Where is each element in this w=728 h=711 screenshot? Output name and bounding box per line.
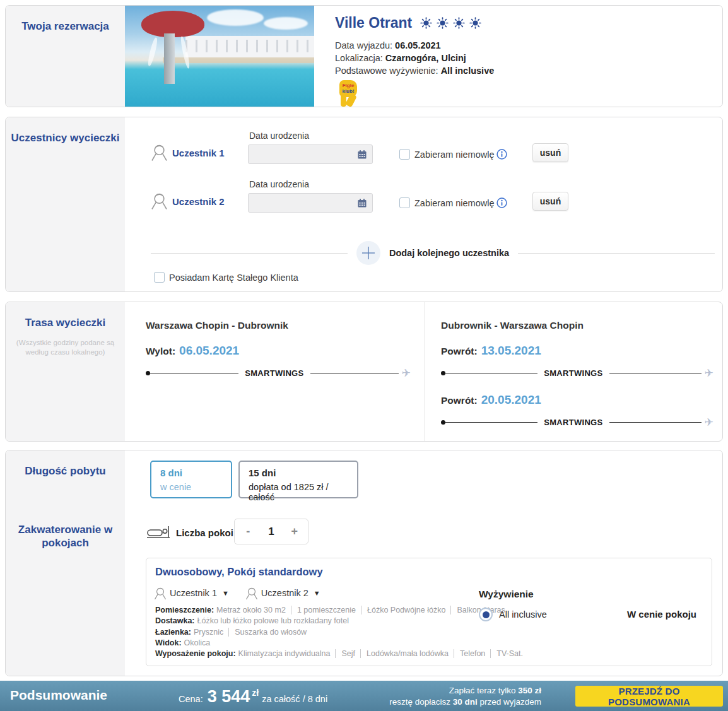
person-icon <box>154 586 167 600</box>
section-title-route: Trasa wycieczki <box>6 316 125 329</box>
rooms-count-stepper[interactable]: - 1 + <box>234 519 308 544</box>
board-option-row[interactable]: All inclusive <box>479 608 547 621</box>
feature-value: Okolica <box>184 638 211 647</box>
route-note: (Wszystkie godziny podane są według czas… <box>15 338 116 357</box>
stay-option-subtitle: dopłata od 1825 zł / całość <box>249 482 348 502</box>
pay-deadline: 30 dni <box>453 697 478 707</box>
detail-value: Czarnogóra, Ulcinj <box>385 53 466 63</box>
remove-participant-button[interactable]: usuń <box>532 192 568 211</box>
radio-dot <box>483 611 490 618</box>
occupant-dropdown[interactable]: Uczestnik 2 ▼ <box>245 586 320 600</box>
person-icon <box>151 143 168 162</box>
calendar-icon[interactable] <box>357 198 367 208</box>
room-feature: Wyposażenie pokoju:Klimatyzacja indywidu… <box>155 649 523 659</box>
origin-dot <box>146 371 150 375</box>
photo-cloud <box>264 17 308 30</box>
sun-icon <box>437 17 449 29</box>
detail-board: Podstawowe wyżywienie: All inclusive <box>335 66 494 76</box>
detail-location: Lokalizacja: Czarnogóra, Ulcinj <box>335 53 466 63</box>
feature-value: Suszarka do włosów <box>228 628 307 637</box>
minus-button[interactable]: - <box>235 524 262 539</box>
participant-name: Uczestnik 1 <box>172 148 225 158</box>
flight-line-segment <box>150 373 238 373</box>
inbound-title: Dubrownik - Warszawa Chopin <box>441 320 584 331</box>
flight-date: 20.05.2021 <box>481 393 541 406</box>
carrier-label: SMARTWINGS <box>537 368 609 378</box>
plus-button[interactable]: + <box>281 524 308 539</box>
hotel-category <box>420 17 481 29</box>
reservation-sidebar: Twoja rezerwacja <box>6 6 125 107</box>
board-price: W cenie pokoju <box>627 609 696 620</box>
divider-line <box>518 253 715 254</box>
section-title-participants: Uczestnicy wycieczki <box>6 131 125 144</box>
infant-label[interactable]: Zabieram niemowlę <box>414 150 495 160</box>
room-features: Pomieszczenie:Metraż około 30 m21 pomies… <box>155 605 523 659</box>
birth-date-input[interactable] <box>248 144 373 164</box>
feature-value: Sejf <box>335 649 355 658</box>
flight-line-segment <box>445 422 537 423</box>
add-participant-row[interactable]: Dodaj kolejnego uczestnika <box>151 240 715 266</box>
stay-option-title: 8 dni <box>160 467 222 478</box>
flight-line: SMARTWINGS ✈ <box>441 417 713 427</box>
infant-checkbox[interactable] <box>399 197 410 208</box>
birth-date-input[interactable] <box>248 193 373 213</box>
loyalty-card-checkbox[interactable] <box>154 272 165 283</box>
summary-title: Podsumowanie <box>10 688 107 703</box>
feature-value: Łóżko lub łóżko polowe lub rozkładany fo… <box>197 616 349 625</box>
board-title: Wyżywienie <box>479 589 534 600</box>
add-participant-label[interactable]: Dodaj kolejnego uczestnika <box>389 248 509 258</box>
photo-building <box>185 36 314 59</box>
infant-label[interactable]: Zabieram niemowlę <box>414 198 495 208</box>
price-currency: zł <box>252 688 259 698</box>
feature-value: 1 pomieszczenie <box>291 606 356 614</box>
room-feature: Dostawka:Łóżko lub łóżko polowe lub rozk… <box>155 616 523 626</box>
price-block: Cena: 3 544 zł za całość / 8 dni <box>179 681 327 711</box>
section-title-stay-length: Długość pobytu <box>6 464 125 478</box>
radio-selected-icon[interactable] <box>479 608 493 621</box>
feature-value: TV-Sat. <box>490 649 523 658</box>
photo-splash <box>147 37 159 67</box>
flight-line-segment <box>609 373 702 373</box>
reservation-card: Twoja rezerwacja Ville Otrant Data wyjaz… <box>5 5 723 107</box>
feature-label: Wyposażenie pokoju: <box>155 649 236 658</box>
info-icon[interactable] <box>496 197 507 208</box>
hotel-name: Ville Otrant <box>335 15 412 32</box>
stay-option-title: 15 dni <box>249 467 348 478</box>
go-to-summary-button[interactable]: PRZEJDŹ DO PODSUMOWANIA <box>575 686 723 707</box>
flight-line: SMARTWINGS ✈ <box>146 368 411 378</box>
sun-icon <box>420 17 432 29</box>
outbound-flight: Wylot:06.05.2021 <box>146 344 239 358</box>
remove-participant-button[interactable]: usuń <box>532 143 568 162</box>
inbound-flight: Powrót:20.05.2021 <box>441 393 541 407</box>
calendar-icon[interactable] <box>357 150 367 160</box>
participant-name: Uczestnik 2 <box>172 196 225 207</box>
room-feature: Łazienka:PrysznicSuszarka do włosów <box>155 627 523 638</box>
pay-text: resztę dopłacisz <box>389 697 453 707</box>
room-feature: Pomieszczenie:Metraż około 30 m21 pomies… <box>155 605 523 616</box>
person-icon <box>245 586 258 600</box>
info-icon[interactable] <box>496 149 507 160</box>
feature-value: Łóżko Podwójne łóżko <box>361 606 445 614</box>
column-divider <box>425 302 425 441</box>
route-card: Trasa wycieczki (Wszystkie godziny podan… <box>5 302 723 442</box>
stay-option-15-days[interactable]: 15 dni dopłata od 1825 zł / całość <box>238 461 358 498</box>
pay-text: przed wyjazdem <box>478 697 541 707</box>
detail-label: Data wyjazdu: <box>335 40 392 50</box>
board-option-label[interactable]: All inclusive <box>499 609 547 620</box>
loyalty-card-label[interactable]: Posiadam Kartę Stałego Klienta <box>169 273 298 283</box>
pay-rest-line: resztę dopłacisz 30 dni przed wyjazdem <box>389 696 541 708</box>
price-suffix: za całość / 8 dni <box>262 694 327 704</box>
infant-checkbox[interactable] <box>399 149 410 160</box>
plus-icon[interactable] <box>356 241 380 265</box>
photo-cloud <box>207 9 264 26</box>
hotel-photo <box>125 6 314 107</box>
outbound-title: Warszawa Chopin - Dubrownik <box>146 320 288 331</box>
stay-option-8-days[interactable]: 8 dni w cenie <box>150 461 232 498</box>
participants-sidebar: Uczestnicy wycieczki <box>6 117 125 291</box>
occupant-dropdown[interactable]: Uczestnik 1 ▼ <box>154 586 229 600</box>
flight-line-segment <box>310 373 399 373</box>
flight-line-segment <box>609 422 702 423</box>
feature-value: Prysznic <box>194 628 223 637</box>
feature-label: Pomieszczenie: <box>155 606 214 614</box>
hotel-title-row: Ville Otrant <box>335 15 481 32</box>
